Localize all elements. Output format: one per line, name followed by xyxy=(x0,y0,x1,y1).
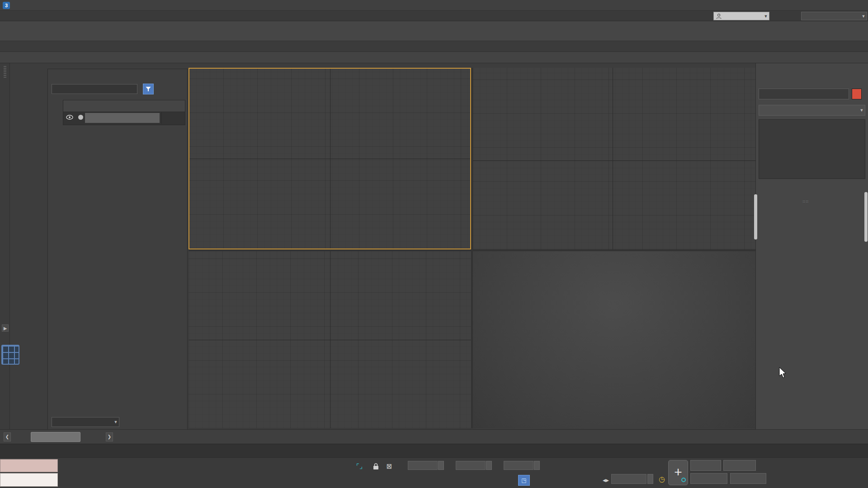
explorer-search-input[interactable] xyxy=(52,84,137,94)
geometry-dot-icon xyxy=(76,115,85,121)
ribbon-panel-row xyxy=(0,52,868,63)
viewport-front[interactable] xyxy=(473,68,755,249)
object-name-field[interactable] xyxy=(759,89,849,99)
modifier-list-dropdown[interactable]: ▼ xyxy=(759,105,865,116)
set-key-button[interactable] xyxy=(690,473,727,484)
absolute-offset-toggle-icon[interactable]: ⊠ xyxy=(383,461,395,472)
key-icon xyxy=(681,478,686,482)
rollout-scroll-area: ∷∷ xyxy=(756,199,865,452)
modifier-stack-toolbar xyxy=(759,182,865,194)
maximize-button[interactable] xyxy=(837,0,853,10)
funnel-icon xyxy=(145,86,151,92)
track-bar-ruler[interactable] xyxy=(0,444,868,457)
current-frame-field[interactable] xyxy=(611,474,646,484)
set-keys-button[interactable]: + xyxy=(668,460,688,485)
isolate-toggle-cube-icon[interactable]: ◳ xyxy=(518,475,530,486)
command-panel: ▼ ∷∷ xyxy=(755,63,868,457)
z-spinner[interactable] xyxy=(534,461,540,470)
frame-spinner[interactable] xyxy=(647,474,653,484)
chevron-down-icon: ▼ xyxy=(763,14,769,19)
panel-scrollbar[interactable] xyxy=(864,192,868,242)
auto-key-button[interactable] xyxy=(690,460,721,471)
user-icon xyxy=(716,13,722,19)
front-view-canvas xyxy=(473,68,755,249)
viewport-left[interactable] xyxy=(189,251,471,428)
key-mode-toggle-icon[interactable]: ◀▶ xyxy=(603,475,609,486)
object-row-hedra001[interactable] xyxy=(63,112,185,124)
viewport-perspective[interactable] xyxy=(473,251,755,428)
time-slider-row: ❮ ❯ xyxy=(0,429,868,444)
sign-in-dropdown[interactable]: ▼ xyxy=(713,12,769,20)
previous-key-arrow[interactable]: ❮ xyxy=(4,432,11,441)
isolate-selection-icon[interactable]: ⌜⌟ xyxy=(354,461,365,472)
object-color-swatch[interactable] xyxy=(852,89,862,99)
main-toolbar xyxy=(0,21,868,41)
chevron-down-icon: ▼ xyxy=(113,420,119,424)
explorer-preset-dropdown[interactable]: ▼ xyxy=(52,417,119,427)
time-configuration-icon[interactable]: ◷ xyxy=(656,474,667,485)
z-coord-field[interactable] xyxy=(504,461,533,470)
scene-explorer-panel: ▼ xyxy=(47,69,188,430)
selected-object-button[interactable] xyxy=(723,460,756,471)
scene-explorer-grid-icon[interactable] xyxy=(1,345,19,365)
top-view-canvas xyxy=(189,69,471,249)
viewport-navigation-cluster xyxy=(774,459,867,487)
explorer-list-header[interactable] xyxy=(63,100,185,112)
dock-grip[interactable] xyxy=(4,66,6,78)
expand-strip-button[interactable]: ▶ xyxy=(2,324,9,332)
x-spinner[interactable] xyxy=(438,461,444,470)
y-coord-field[interactable] xyxy=(456,461,486,470)
rollout-drag-handle[interactable]: ∷∷ xyxy=(803,200,809,204)
selection-lock-icon[interactable] xyxy=(370,461,382,472)
key-filters-button[interactable] xyxy=(730,473,766,484)
title-bar: 3 xyxy=(0,0,868,11)
mouse-cursor xyxy=(778,367,788,379)
left-view-canvas xyxy=(189,251,471,428)
app-logo-icon[interactable]: 3 xyxy=(3,2,10,9)
explorer-object-list xyxy=(63,100,185,125)
next-key-arrow[interactable]: ❯ xyxy=(106,432,113,441)
viewport-area xyxy=(189,68,755,428)
freeze-snowflake-icon[interactable] xyxy=(161,112,185,124)
application-window: 3 ▼ ▼ ▶ xyxy=(0,0,868,488)
maxscript-listener-pink[interactable] xyxy=(0,459,58,472)
filter-funnel-button[interactable] xyxy=(143,84,154,94)
close-button[interactable] xyxy=(853,0,868,10)
workspace-dropdown[interactable]: ▼ xyxy=(801,12,867,20)
time-slider-handle[interactable] xyxy=(31,432,80,442)
object-name[interactable] xyxy=(85,113,160,123)
modifier-stack xyxy=(759,119,865,179)
ribbon-tab-bar xyxy=(0,42,868,52)
x-coord-field[interactable] xyxy=(408,461,438,470)
status-bar: ⌜⌟ ⊠ ◳ ◀▶ ◷ + xyxy=(0,457,868,488)
minimize-button[interactable] xyxy=(822,0,837,10)
maxscript-mini-listener[interactable] xyxy=(0,473,58,487)
viewport-top[interactable] xyxy=(189,68,471,249)
chevron-down-icon: ▼ xyxy=(860,14,867,19)
y-spinner[interactable] xyxy=(486,461,492,470)
panel-scrollbar-left[interactable] xyxy=(754,194,757,239)
left-dock-strip xyxy=(0,63,10,430)
perspective-view-canvas xyxy=(473,251,755,428)
visibility-eye-icon[interactable] xyxy=(63,115,76,121)
chevron-down-icon: ▼ xyxy=(859,108,865,113)
